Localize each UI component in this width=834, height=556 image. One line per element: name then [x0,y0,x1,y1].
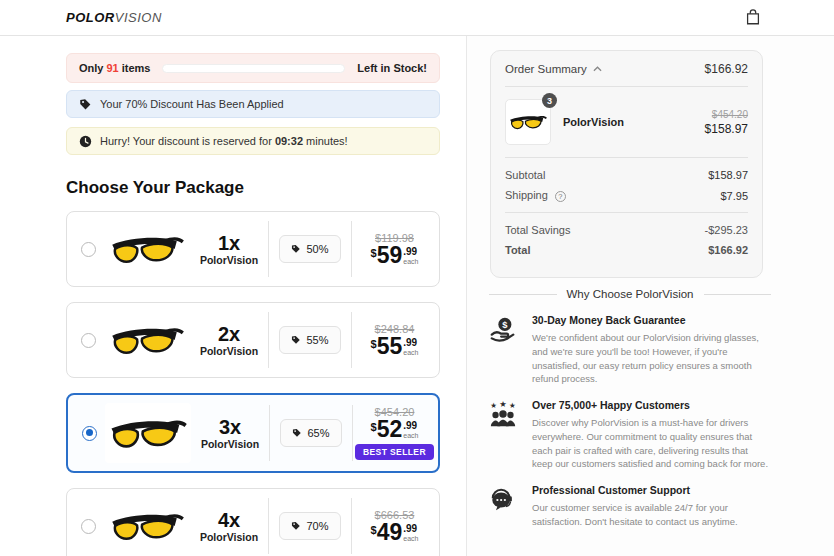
customer-support-icon [489,484,519,529]
subtotal-value: $158.97 [708,169,748,181]
feature-text: We're confident about our PolorVision dr… [532,331,771,386]
price-block: $119.98 $ 59 .99 each [352,232,437,267]
package-qty-block: 3x PolorVision [191,416,269,450]
why-choose-section: Why Choose PolorVision $ 30-Day Money Ba… [489,288,771,542]
discount-percent: 50% [306,243,328,255]
svg-text:★: ★ [499,401,507,409]
discount-applied-banner: Your 70% Discount Has Been Applied [66,90,440,118]
money-back-guarantee-icon: $ [489,314,519,386]
stock-progress-track [162,64,345,73]
shipping-label: Shipping [505,189,548,201]
why-choose-title-row: Why Choose PolorVision [489,288,771,300]
order-item-price: $158.97 [705,122,748,136]
price-block: $454.20 $ 52 .99 each BEST SELLER [353,406,436,460]
best-seller-badge: BEST SELLER [355,444,434,460]
package-brand: PolorVision [190,531,268,543]
savings-label: Total Savings [505,224,570,236]
price-dollars: 52 [377,418,403,441]
chevron-up-icon [593,66,602,72]
shipping-row: Shipping ? $7.95 [505,189,748,202]
hurry-timer: 09:32 [275,135,303,147]
discount-percent: 65% [307,427,329,439]
discount-percent: 70% [306,520,328,532]
svg-text:$: $ [502,320,508,330]
stock-count: 91 [106,62,118,74]
subtotal-row: Subtotal $158.97 [505,169,748,181]
product-image [104,223,190,275]
logo-text-bold: POLOR [66,10,115,25]
price-cents: .99 [403,421,417,431]
clock-icon [79,135,92,148]
stock-text-prefix: Only [79,62,103,74]
package-qty: 1x [190,232,268,254]
price-unit: each [403,258,418,265]
top-header: POLORVISION [0,0,834,36]
order-summary-collapsed-total: $166.92 [705,62,748,76]
package-option-1x[interactable]: 1x PolorVision 50% $119.98 $ 59 .99 each [66,211,440,287]
tag-icon [291,521,301,531]
radio-1x[interactable] [81,242,96,257]
package-qty-block: 4x PolorVision [190,509,268,543]
discount-badge: 65% [280,419,341,447]
feature-happy-customers: ★ ★ ★ Over 75,000+ Happy Customers Disco… [489,399,771,471]
svg-text:★: ★ [490,402,497,411]
order-summary-toggle[interactable]: Order Summary $166.92 [505,51,748,87]
package-brand: PolorVision [191,438,269,450]
product-image [104,500,190,552]
discount-banner-text: Your 70% Discount Has Been Applied [100,98,284,110]
price-dollars: 59 [377,244,403,267]
savings-value: -$295.23 [705,224,748,236]
stock-text-suffix: items [122,62,151,74]
package-option-2x[interactable]: 2x PolorVision 55% $248.84 $ 55 .99 each [66,302,440,378]
shipping-value: $7.95 [720,190,748,202]
price-dollars: 55 [377,335,403,358]
discount-badge: 55% [279,326,340,354]
package-qty-block: 1x PolorVision [190,232,268,266]
svg-text:★: ★ [509,402,516,411]
brand-logo[interactable]: POLORVISION [66,10,162,25]
order-summary-card: Order Summary $166.92 3 PolorVision $454… [490,50,763,278]
price-unit: each [403,349,418,356]
feature-text: Our customer service is available 24/7 f… [532,501,771,529]
tag-icon [292,428,302,438]
page-title: Choose Your Package [66,178,440,198]
order-item-name: PolorVision [563,116,705,128]
shipping-help-icon[interactable]: ? [555,191,566,202]
hurry-text-post: minutes! [306,135,348,147]
package-qty: 4x [190,509,268,531]
price-cents: .99 [403,524,417,534]
package-option-4x[interactable]: 4x PolorVision 70% $666.53 $ 49 .99 each [66,488,440,556]
price-unit: each [403,432,418,439]
price-block: $666.53 $ 49 .99 each [352,509,437,544]
total-label: Total [505,244,530,256]
stock-right-label: Left in Stock! [357,62,427,74]
new-price: $ 52 .99 each [371,418,419,441]
discount-badge: 70% [279,512,340,540]
feature-title: Professional Customer Support [532,484,771,496]
feature-title: Over 75,000+ Happy Customers [532,399,771,411]
order-item-row: 3 PolorVision $454.20 $158.97 [505,87,748,158]
feature-customer-support: Professional Customer Support Our custom… [489,484,771,529]
feature-money-back: $ 30-Day Money Back Guarantee We're conf… [489,314,771,386]
product-image [105,403,191,463]
hurry-text-pre: Hurry! Your discount is reserved for [100,135,272,147]
subtotal-label: Subtotal [505,169,545,181]
package-brand: PolorVision [190,254,268,266]
why-choose-title: Why Choose PolorVision [567,288,694,300]
item-quantity-badge: 3 [542,93,557,108]
title-rule-left [489,294,557,295]
package-option-3x[interactable]: 3x PolorVision 65% $454.20 $ 52 .99 each… [66,393,440,473]
radio-4x[interactable] [81,519,96,534]
stock-banner: Only 91 items Left in Stock! [66,53,440,83]
discount-badge: 50% [279,235,340,263]
discount-percent: 55% [306,334,328,346]
new-price: $ 55 .99 each [371,335,419,358]
package-qty-block: 2x PolorVision [190,323,268,357]
price-cents: .99 [403,338,417,348]
radio-2x[interactable] [81,333,96,348]
logo-text-light: VISION [115,10,162,25]
price-block: $248.84 $ 55 .99 each [352,323,437,358]
radio-3x-selected[interactable] [82,426,97,441]
cart-icon[interactable] [744,8,762,26]
happy-customers-icon: ★ ★ ★ [489,399,519,471]
